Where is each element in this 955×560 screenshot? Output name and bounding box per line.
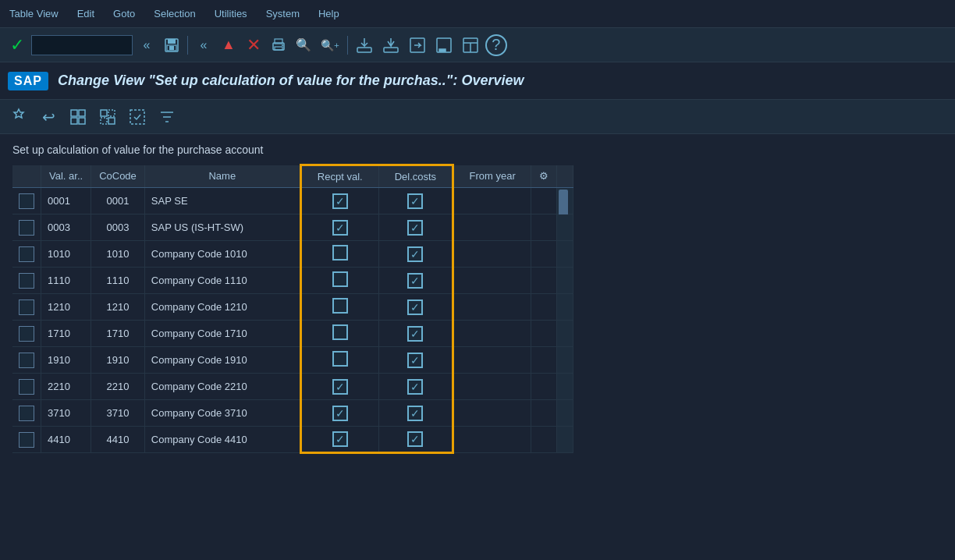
del-costs-checkbox[interactable]: ✓ [407, 406, 423, 421]
row-selector[interactable] [12, 400, 41, 427]
cell-del-costs[interactable]: ✓ [378, 188, 453, 214]
help-button[interactable]: ? [485, 34, 507, 56]
cell-recpt-val[interactable] [300, 294, 378, 321]
row-checkbox[interactable] [19, 246, 34, 262]
prev-button[interactable]: ▲ [218, 34, 240, 57]
row-selector[interactable] [12, 294, 41, 321]
row-selector[interactable] [12, 374, 41, 400]
layout-button[interactable] [459, 34, 482, 57]
print-button[interactable] [268, 34, 289, 57]
command-input[interactable] [31, 35, 133, 55]
cell-recpt-val[interactable]: ✓ [300, 188, 378, 214]
del-costs-checkbox[interactable]: ✓ [407, 299, 423, 315]
cell-val-ar: 0001 [41, 188, 91, 214]
cell-recpt-val[interactable]: ✓ [300, 400, 378, 427]
cell-settings [531, 294, 557, 321]
cell-recpt-val[interactable] [300, 347, 378, 374]
svg-rect-1 [168, 39, 176, 44]
download-button[interactable] [379, 34, 403, 57]
row-checkbox[interactable] [19, 299, 34, 315]
del-costs-checkbox[interactable]: ✓ [407, 353, 423, 368]
menu-system[interactable]: System [263, 6, 303, 21]
del-costs-checkbox[interactable]: ✓ [407, 379, 423, 395]
row-selector[interactable] [12, 241, 41, 268]
back-button[interactable]: « [136, 34, 158, 57]
filter-button[interactable] [154, 105, 179, 129]
row-selector[interactable] [12, 268, 41, 294]
cell-from-year [453, 188, 531, 214]
row-checkbox[interactable] [19, 220, 34, 236]
cell-settings [531, 214, 557, 241]
cell-del-costs[interactable]: ✓ [378, 374, 453, 400]
deselect-button[interactable] [95, 105, 120, 129]
export-button[interactable] [432, 34, 456, 57]
recpt-val-checkbox[interactable] [332, 271, 348, 287]
recpt-val-checkbox[interactable] [332, 324, 348, 340]
row-checkbox[interactable] [19, 353, 34, 368]
customize-button[interactable] [6, 105, 31, 129]
del-costs-checkbox[interactable]: ✓ [407, 246, 423, 262]
recpt-val-checkbox[interactable]: ✓ [332, 379, 348, 395]
confirm-button[interactable]: ✓ [6, 34, 28, 57]
del-costs-checkbox[interactable]: ✓ [407, 431, 423, 447]
cell-del-costs[interactable]: ✓ [378, 347, 453, 374]
menu-selection[interactable]: Selection [151, 6, 198, 21]
menu-edit[interactable]: Edit [74, 6, 98, 21]
row-checkbox[interactable] [19, 379, 34, 395]
menu-help[interactable]: Help [315, 6, 343, 21]
cell-settings [531, 188, 557, 214]
search-plus-button[interactable]: 🔍+ [318, 34, 343, 57]
table-row: 1010 1010 Company Code 1010 ✓ [12, 241, 573, 268]
del-costs-checkbox[interactable]: ✓ [407, 193, 423, 209]
rewind-button[interactable]: « [193, 34, 215, 57]
row-checkbox[interactable] [19, 273, 34, 289]
row-selector[interactable] [12, 188, 41, 214]
undo-button[interactable]: ↩ [36, 105, 61, 129]
recpt-val-checkbox[interactable] [332, 351, 348, 367]
cell-del-costs[interactable]: ✓ [378, 321, 453, 347]
cell-recpt-val[interactable] [300, 321, 378, 347]
row-selector[interactable] [12, 321, 41, 347]
row-checkbox[interactable] [19, 193, 34, 209]
cell-recpt-val[interactable] [300, 268, 378, 294]
separator-1 [187, 36, 188, 55]
row-checkbox[interactable] [19, 406, 34, 421]
recpt-val-checkbox[interactable]: ✓ [332, 220, 348, 236]
table-row: 2210 2210 Company Code 2210 ✓ ✓ [12, 374, 573, 400]
recpt-val-checkbox[interactable]: ✓ [332, 431, 348, 447]
cell-del-costs[interactable]: ✓ [378, 294, 453, 321]
del-costs-checkbox[interactable]: ✓ [407, 220, 423, 236]
cell-recpt-val[interactable]: ✓ [300, 214, 378, 241]
menu-utilities[interactable]: Utilities [211, 6, 250, 21]
cell-del-costs[interactable]: ✓ [378, 427, 453, 453]
select-all-button[interactable] [66, 105, 91, 129]
del-costs-checkbox[interactable]: ✓ [407, 273, 423, 289]
cell-recpt-val[interactable]: ✓ [300, 374, 378, 400]
del-costs-checkbox[interactable]: ✓ [407, 326, 423, 342]
recpt-val-checkbox[interactable]: ✓ [332, 193, 348, 209]
cell-from-year [453, 321, 531, 347]
select-block-button[interactable] [125, 105, 150, 129]
row-selector[interactable] [12, 427, 41, 453]
menu-goto[interactable]: Goto [110, 6, 138, 21]
row-checkbox[interactable] [19, 432, 34, 448]
cell-cocode: 3710 [91, 400, 145, 427]
row-selector[interactable] [12, 347, 41, 374]
recpt-val-checkbox[interactable] [332, 245, 348, 261]
cell-recpt-val[interactable] [300, 241, 378, 268]
row-checkbox[interactable] [19, 326, 34, 342]
recpt-val-checkbox[interactable] [332, 298, 348, 314]
cell-del-costs[interactable]: ✓ [378, 400, 453, 427]
upload-button[interactable] [353, 34, 376, 57]
cancel-button[interactable]: ✕ [243, 34, 264, 57]
recpt-val-checkbox[interactable]: ✓ [332, 406, 348, 421]
cell-recpt-val[interactable]: ✓ [300, 427, 378, 453]
cell-del-costs[interactable]: ✓ [378, 268, 453, 294]
menu-table-view[interactable]: Table View [6, 6, 62, 21]
row-selector[interactable] [12, 214, 41, 241]
import-button[interactable] [406, 34, 429, 57]
save-button[interactable] [161, 34, 183, 57]
cell-del-costs[interactable]: ✓ [378, 241, 453, 268]
search-button[interactable]: 🔍 [293, 34, 314, 57]
cell-del-costs[interactable]: ✓ [378, 214, 453, 241]
